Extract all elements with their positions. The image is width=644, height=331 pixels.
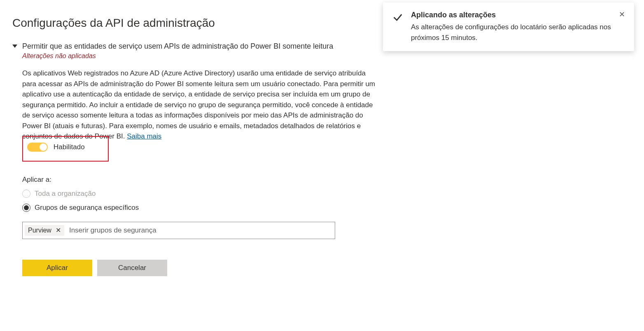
remove-tag-icon[interactable]: ✕ <box>56 227 61 234</box>
radio-specific-groups[interactable] <box>22 204 30 212</box>
toggle-knob-icon <box>40 143 47 151</box>
apply-to-section: Aplicar a: Toda a organização Grupos de … <box>22 176 399 276</box>
unsaved-changes-label: Alterações não aplicadas <box>22 52 399 60</box>
button-row: Aplicar Cancelar <box>22 260 399 276</box>
toast-message: As alterações de configurações do locatá… <box>411 22 611 43</box>
cancel-button[interactable]: Cancelar <box>97 260 167 276</box>
checkmark-icon <box>392 12 404 23</box>
group-tag: Purview ✕ <box>25 225 64 236</box>
setting-content: Permitir que as entidades de serviço use… <box>22 42 399 276</box>
apply-button[interactable]: Aplicar <box>22 260 92 276</box>
radio-all-org-label: Toda a organização <box>35 190 96 198</box>
enabled-toggle[interactable] <box>27 143 48 152</box>
enabled-toggle-highlight: Habilitado <box>22 136 109 162</box>
learn-more-link[interactable]: Saiba mais <box>127 132 161 140</box>
radio-row-all-org: Toda a organização <box>22 190 399 198</box>
collapse-caret-icon[interactable] <box>12 45 17 48</box>
toast-close-icon[interactable]: ✕ <box>619 11 625 43</box>
setting-description: Os aplicativos Web registrados no Azure … <box>22 68 380 142</box>
toggle-label: Habilitado <box>54 143 85 151</box>
group-tag-label: Purview <box>28 227 51 234</box>
description-text: Os aplicativos Web registrados no Azure … <box>22 69 375 140</box>
radio-all-org <box>22 190 30 198</box>
group-input-placeholder: Inserir grupos de segurança <box>68 226 156 235</box>
apply-to-label: Aplicar a: <box>22 176 399 184</box>
setting-title: Permitir que as entidades de serviço use… <box>22 42 399 51</box>
radio-specific-groups-label: Grupos de segurança específicos <box>35 204 139 212</box>
radio-row-specific-groups: Grupos de segurança específicos <box>22 204 399 212</box>
toast-title: Aplicando as alterações <box>411 11 611 19</box>
setting-section: Permitir que as entidades de serviço use… <box>12 42 399 276</box>
toast-body: Aplicando as alterações As alterações de… <box>411 11 611 43</box>
toast-notification: Aplicando as alterações As alterações de… <box>383 2 634 51</box>
security-groups-input[interactable]: Purview ✕ Inserir grupos de segurança <box>22 222 335 239</box>
